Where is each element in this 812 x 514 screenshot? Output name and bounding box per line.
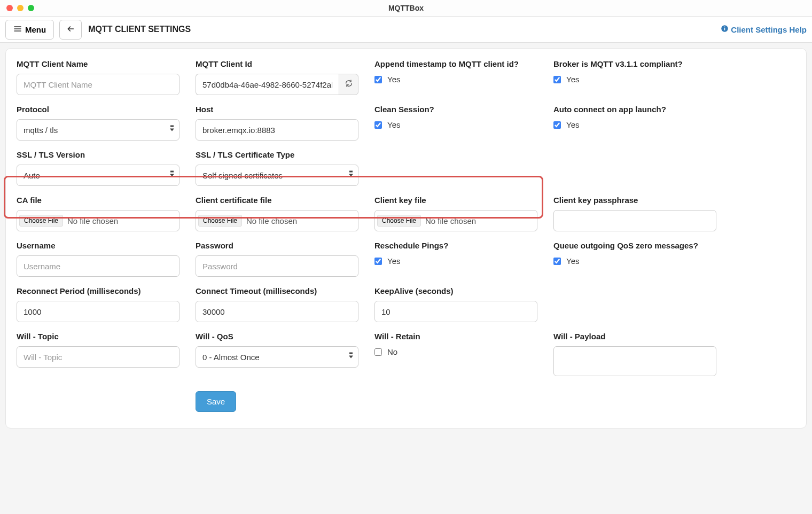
label-ssl-version: SSL / TLS Version [17,150,179,159]
field-will-topic: Will - Topic [17,332,196,378]
file-text-client-key: No file chosen [425,216,476,225]
menu-button[interactable]: Menu [5,20,54,40]
label-client-id: MQTT Client Id [196,59,358,68]
label-ssl-cert-type: SSL / TLS Certificate Type [196,150,358,159]
field-password: Password [196,241,374,277]
page-title: MQTT CLIENT SETTINGS [88,25,191,34]
label-keepalive: KeepAlive (seconds) [374,286,537,295]
label-will-topic: Will - Topic [17,332,179,341]
checkbox-broker-compliant-label: Yes [566,75,579,84]
select-ssl-version[interactable]: Auto [17,165,179,186]
label-password: Password [196,241,358,250]
field-client-name: MQTT Client Name [17,59,196,95]
label-will-qos: Will - QoS [196,332,358,341]
minimize-window-button[interactable] [17,5,24,11]
field-queue-qos-zero: Queue outgoing QoS zero messages? Yes [553,241,732,277]
label-will-retain: Will - Retain [374,332,537,341]
info-icon [721,25,729,34]
label-will-payload: Will - Payload [553,332,716,341]
maximize-window-button[interactable] [28,5,34,11]
choose-file-client-cert-button[interactable]: Choose File [198,215,242,227]
toolbar: Menu MQTT CLIENT SETTINGS Client Setting… [0,16,812,43]
back-arrow-icon [66,25,75,35]
menu-button-label: Menu [25,25,46,34]
input-client-name[interactable] [17,74,179,95]
label-ca-file: CA file [17,196,179,205]
refresh-client-id-button[interactable] [339,74,358,95]
checkbox-clean-session-label: Yes [387,120,400,129]
field-connect-timeout: Connect Timeout (milliseconds) [196,286,374,322]
input-client-id[interactable] [196,74,339,95]
save-row: Save [196,388,374,412]
input-will-topic[interactable] [17,346,179,368]
file-input-ca[interactable]: Choose File No file chosen [17,210,179,231]
field-broker-compliant: Broker is MQTT v3.1.1 compliant? Yes [553,59,732,95]
label-username: Username [17,241,179,250]
input-reconnect-period[interactable] [17,301,179,322]
label-client-name: MQTT Client Name [17,59,179,68]
field-will-qos: Will - QoS 0 - Almost Once [196,332,374,378]
select-protocol[interactable]: mqtts / tls [17,119,179,141]
field-keepalive: KeepAlive (seconds) [374,286,553,322]
label-reconnect-period: Reconnect Period (milliseconds) [17,286,179,295]
checkbox-auto-connect[interactable] [553,121,561,129]
help-link[interactable]: Client Settings Help [721,25,807,34]
spacer-r3c3 [374,150,553,186]
file-text-client-cert: No file chosen [246,216,297,225]
checkbox-reschedule-pings-label: Yes [387,256,400,266]
label-clean-session: Clean Session? [374,105,537,114]
field-reconnect-period: Reconnect Period (milliseconds) [17,286,196,322]
checkbox-broker-compliant[interactable] [553,76,561,83]
field-client-key-pass: Client key passphrase [553,196,732,231]
checkbox-clean-session[interactable] [374,121,382,129]
checkbox-will-retain[interactable] [374,348,382,356]
label-reschedule-pings: Reschedule Pings? [374,241,537,250]
textarea-will-payload[interactable] [553,346,716,376]
select-ssl-cert-type[interactable]: Self signed certificates [196,165,358,186]
field-client-key-file: Client key file Choose File No file chos… [374,196,553,231]
settings-panel: MQTT Client Name MQTT Client Id Append t… [5,48,807,429]
file-input-client-cert[interactable]: Choose File No file chosen [196,210,358,231]
checkbox-append-ts[interactable] [374,76,382,83]
field-reschedule-pings: Reschedule Pings? Yes [374,241,553,277]
select-will-qos[interactable]: 0 - Almost Once [196,346,358,368]
field-append-ts: Append timestamp to MQTT client id? Yes [374,59,553,95]
input-password[interactable] [196,255,358,277]
field-will-payload: Will - Payload [553,332,732,378]
field-client-id: MQTT Client Id [196,59,374,95]
label-client-cert-file: Client certificate file [196,196,358,205]
input-connect-timeout[interactable] [196,301,358,322]
label-broker-compliant: Broker is MQTT v3.1.1 compliant? [553,59,716,68]
svg-rect-1 [724,28,725,30]
choose-file-ca-button[interactable]: Choose File [19,215,63,227]
spacer-r6c4 [553,286,732,322]
field-ca-file: CA file Choose File No file chosen [17,196,196,231]
field-ssl-version: SSL / TLS Version Auto [17,150,196,186]
checkbox-queue-qos-zero[interactable] [553,258,561,265]
field-username: Username [17,241,196,277]
choose-file-client-key-button[interactable]: Choose File [377,215,421,227]
label-client-key-file: Client key file [374,196,537,205]
label-connect-timeout: Connect Timeout (milliseconds) [196,286,358,295]
help-link-label: Client Settings Help [731,25,807,34]
field-client-cert-file: Client certificate file Choose File No f… [196,196,374,231]
close-window-button[interactable] [6,5,13,11]
checkbox-append-ts-label: Yes [387,75,400,84]
input-client-key-pass[interactable] [553,210,716,231]
field-will-retain: Will - Retain No [374,332,553,378]
save-button[interactable]: Save [196,391,236,412]
file-input-client-key[interactable]: Choose File No file chosen [374,210,537,231]
input-keepalive[interactable] [374,301,537,322]
label-append-ts: Append timestamp to MQTT client id? [374,59,537,68]
app-title: MQTTBox [388,4,424,12]
checkbox-reschedule-pings[interactable] [374,258,382,265]
field-host: Host [196,105,374,141]
traffic-lights [6,5,34,11]
input-username[interactable] [17,255,179,277]
back-button[interactable] [59,20,82,40]
checkbox-will-retain-label: No [387,347,397,356]
field-auto-connect: Auto connect on app launch? Yes [553,105,732,141]
label-host: Host [196,105,358,114]
input-host[interactable] [196,119,358,141]
field-protocol: Protocol mqtts / tls [17,105,196,141]
